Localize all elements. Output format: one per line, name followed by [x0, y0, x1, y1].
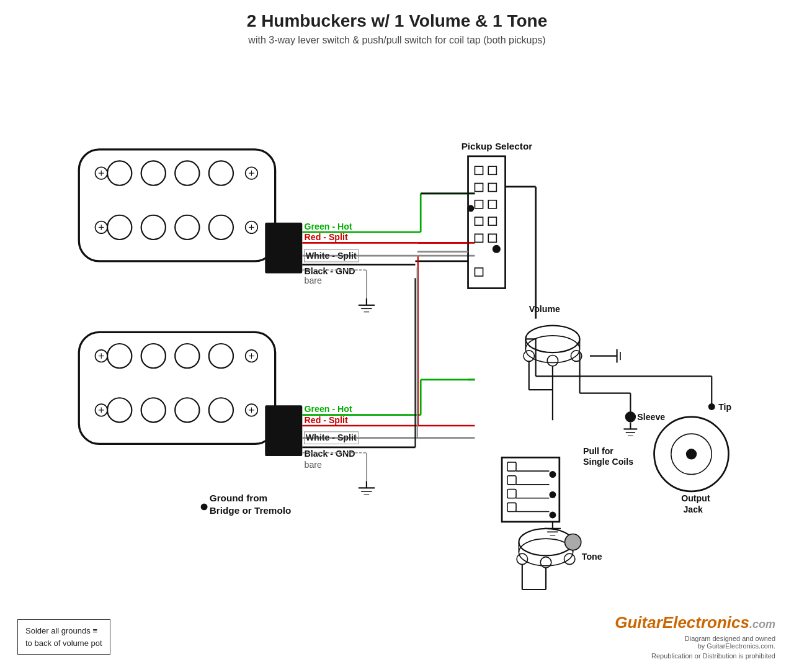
svg-text:Bridge or Tremolo: Bridge or Tremolo: [210, 505, 291, 516]
svg-text:Pull for: Pull for: [583, 446, 613, 456]
svg-rect-90: [488, 166, 496, 174]
svg-rect-126: [507, 462, 516, 471]
svg-text:White - Split: White - Split: [306, 432, 357, 442]
svg-point-132: [549, 512, 556, 519]
brand-area: GuitarElectronics.com Diagram designed a…: [615, 613, 775, 660]
svg-rect-92: [488, 183, 496, 191]
svg-text:Output: Output: [681, 493, 710, 503]
svg-point-45: [175, 344, 199, 368]
svg-point-130: [549, 471, 556, 478]
svg-rect-97: [475, 234, 483, 242]
copyright: Diagram designed and owned by GuitarElec…: [615, 635, 775, 650]
svg-text:Single Coils: Single Coils: [583, 457, 633, 467]
svg-point-146: [565, 534, 581, 550]
svg-point-8: [209, 215, 233, 240]
svg-rect-98: [488, 234, 496, 242]
subtitle: with 3-way lever switch & push/pull swit…: [0, 35, 794, 46]
svg-point-155: [686, 449, 697, 459]
svg-rect-89: [475, 166, 483, 174]
svg-text:White - Split: White - Split: [306, 251, 357, 261]
solder-note: Solder all grounds ≡ to back of volume p…: [17, 619, 110, 655]
brand-logo: GuitarElectronics.com: [615, 613, 775, 632]
svg-point-114: [547, 356, 558, 366]
main-title: 2 Humbuckers w/ 1 Volume & 1 Tone: [0, 11, 794, 31]
svg-point-44: [141, 344, 166, 368]
svg-rect-95: [475, 217, 483, 225]
svg-point-7: [175, 215, 199, 240]
svg-rect-99: [475, 268, 483, 276]
svg-rect-63: [265, 405, 302, 456]
svg-point-48: [141, 398, 166, 422]
svg-text:Black - GND: Black - GND: [305, 449, 355, 459]
svg-point-6: [141, 215, 166, 240]
svg-rect-128: [507, 490, 516, 498]
svg-point-1: [107, 161, 132, 185]
svg-rect-93: [475, 200, 483, 208]
wiring-diagram: Green - Hot Red - Split White - Split Bl…: [0, 68, 794, 664]
svg-point-84: [201, 503, 208, 510]
svg-rect-129: [507, 503, 516, 511]
svg-text:Jack: Jack: [683, 504, 703, 514]
svg-point-50: [209, 398, 233, 422]
svg-point-100: [493, 245, 501, 253]
svg-text:Tip: Tip: [718, 402, 731, 412]
svg-text:bare: bare: [305, 460, 322, 470]
svg-point-46: [209, 344, 233, 368]
svg-text:Green - Hot: Green - Hot: [305, 222, 352, 231]
svg-text:Ground from: Ground from: [210, 493, 267, 503]
copyright2: Republication or Distribution is prohibi…: [615, 652, 775, 660]
svg-rect-91: [475, 183, 483, 191]
svg-text:Red - Split: Red - Split: [305, 415, 348, 425]
svg-point-2: [141, 161, 166, 185]
svg-rect-127: [507, 476, 516, 485]
svg-text:Sleeve: Sleeve: [637, 412, 665, 422]
svg-point-5: [107, 215, 132, 240]
svg-point-101: [467, 205, 474, 212]
svg-rect-21: [265, 223, 302, 274]
svg-point-4: [209, 161, 233, 185]
svg-text:Volume: Volume: [529, 304, 560, 314]
svg-text:Tone: Tone: [582, 552, 602, 562]
svg-point-43: [107, 344, 132, 368]
svg-text:Red - Split: Red - Split: [305, 232, 348, 242]
svg-point-47: [107, 398, 132, 422]
svg-text:Pickup Selector: Pickup Selector: [462, 141, 533, 151]
svg-point-49: [175, 398, 199, 422]
svg-point-3: [175, 161, 199, 185]
svg-rect-96: [488, 217, 496, 225]
svg-rect-94: [488, 200, 496, 208]
svg-text:Black - GND: Black - GND: [305, 266, 355, 276]
svg-point-131: [549, 491, 556, 498]
svg-rect-88: [468, 156, 506, 289]
svg-text:bare: bare: [305, 276, 322, 285]
svg-text:Green - Hot: Green - Hot: [305, 404, 352, 414]
